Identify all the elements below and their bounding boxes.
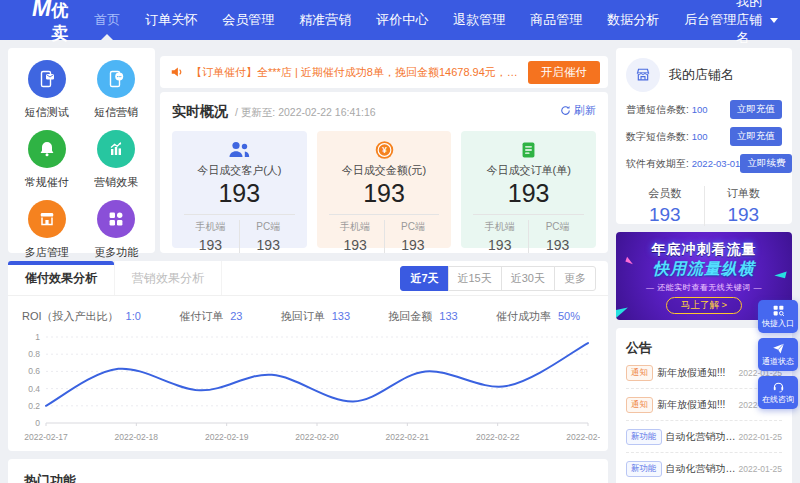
grid-icon <box>97 200 135 238</box>
sms-test-icon <box>28 60 66 98</box>
svg-text:2022-02-22: 2022-02-22 <box>476 432 520 442</box>
announcement-text: 自动化营销功能上线 <box>666 430 736 444</box>
app-payment-reminder[interactable]: 常规催付 <box>12 130 82 190</box>
today-customers-card: 今日成交客户(人) 193 手机端193 PC端193 <box>172 131 307 248</box>
stat-label: 今日成交客户(人) <box>182 163 297 178</box>
svg-text:0.8: 0.8 <box>28 349 40 359</box>
sub-label: PC端 <box>385 220 442 234</box>
tab-reminder-effect[interactable]: 催付效果分析 <box>8 261 115 295</box>
channel-status-button[interactable]: 通道状态 <box>758 338 798 371</box>
shop-name: 我的店铺名 <box>669 66 734 84</box>
announcement-text: 新年放假通知!!! <box>657 366 736 380</box>
analysis-card: 催付效果分析 营销效果分析 近7天 近15天 近30天 更多 ROI（投入产出比… <box>8 261 608 451</box>
sms-marketing-icon <box>97 60 135 98</box>
logo-text: 优卖 <box>51 0 68 45</box>
svg-text:0.2: 0.2 <box>28 401 40 411</box>
yen-coin-icon: ¥ <box>374 140 395 160</box>
nav-item-order-care[interactable]: 订单关怀 <box>145 0 197 40</box>
announcement-date: 2022-01-25 <box>739 464 782 474</box>
shop-avatar <box>626 58 660 92</box>
new-feature-badge: 新功能 <box>626 429 662 445</box>
svg-text:2022-02-18: 2022-02-18 <box>115 432 159 442</box>
app-label: 营销效果 <box>94 175 138 190</box>
banner-cta-button[interactable]: 马上了解 > <box>666 297 742 314</box>
dashboard-page: M 优卖 首页 订单关怀 会员管理 精准营销 评价中心 退款管理 商品管理 数据… <box>0 0 800 483</box>
range-30d-button[interactable]: 近30天 <box>501 266 555 291</box>
shop-card: 我的店铺名 普通短信条数: 100 立即充值 数字短信条数: 100 立即充值 … <box>616 48 792 224</box>
app-sms-marketing[interactable]: 短信营销 <box>82 60 152 120</box>
row-value: 100 <box>692 104 708 115</box>
app-label: 更多功能 <box>94 245 138 260</box>
nav-item-admin[interactable]: 后台管理 <box>684 0 736 40</box>
banner-headline: 年底冲刺看流量 <box>616 241 792 259</box>
sub-label: PC端 <box>240 220 297 234</box>
orders-count: 订单数 193 <box>704 186 783 226</box>
sub-label: 手机端 <box>327 220 384 234</box>
app-multi-store[interactable]: 多店管理 <box>12 200 82 260</box>
order-doc-icon <box>519 140 538 160</box>
recovered-amount-stat: 挽回金额133 <box>388 309 457 324</box>
app-logo[interactable]: M 优卖 <box>32 0 68 45</box>
hot-features-title: 热门功能 <box>24 473 76 483</box>
success-rate-stat: 催付成功率50% <box>496 309 580 324</box>
nav-item-analytics[interactable]: 数据分析 <box>607 0 659 40</box>
svg-text:2022-02-20: 2022-02-20 <box>295 432 339 442</box>
app-more-features[interactable]: 更多功能 <box>82 200 152 260</box>
range-15d-button[interactable]: 近15天 <box>448 266 502 291</box>
svg-text:0.6: 0.6 <box>28 366 40 376</box>
row-label: 数字短信条数: <box>626 130 689 144</box>
speaker-icon <box>170 65 184 79</box>
stat-value: 193 <box>182 179 297 208</box>
account-name: 我的店铺名 <box>736 0 764 47</box>
quick-entry-button[interactable]: 快捷入口 <box>758 300 798 333</box>
top-navbar: M 优卖 首页 订单关怀 会员管理 精准营销 评价中心 退款管理 商品管理 数据… <box>0 0 800 40</box>
start-reminder-button[interactable]: 开启催付 <box>528 61 600 84</box>
stat-value: 193 <box>327 179 442 208</box>
recharge-button[interactable]: 立即充值 <box>730 127 782 146</box>
sub-value: 193 <box>529 237 586 253</box>
nav-item-reviews[interactable]: 评价中心 <box>376 0 428 40</box>
stat-label: 今日成交订单(单) <box>471 163 586 178</box>
sub-value: 193 <box>240 237 297 253</box>
quick-label: 在线咨询 <box>762 394 794 405</box>
members-count: 会员数 193 <box>626 186 704 226</box>
refresh-button[interactable]: 刷新 <box>560 103 596 118</box>
notice-bar: 【订单催付】全***店 | 近期催付成功8单，挽回金额14678.94元，催付成… <box>160 56 608 88</box>
nav-item-marketing[interactable]: 精准营销 <box>299 0 351 40</box>
svg-text:0: 0 <box>35 418 40 428</box>
renew-button[interactable]: 立即续费 <box>740 154 792 173</box>
online-support-button[interactable]: 在线咨询 <box>758 376 798 409</box>
sub-value: 193 <box>385 237 442 253</box>
nav-item-products[interactable]: 商品管理 <box>530 0 582 40</box>
quick-label: 快捷入口 <box>762 318 794 329</box>
app-sms-test[interactable]: 短信测试 <box>12 60 82 120</box>
tab-marketing-effect[interactable]: 营销效果分析 <box>115 261 222 295</box>
announcement-text: 新年放假通知!!! <box>657 398 736 412</box>
nav-item-refunds[interactable]: 退款管理 <box>453 0 505 40</box>
announcement-item[interactable]: 新功能 自动化营销功能上线 2022-01-25 <box>626 461 782 483</box>
line-chart: 00.20.40.60.812022-02-172022-02-182022-0… <box>8 326 608 446</box>
range-more-button[interactable]: 更多 <box>554 266 596 291</box>
roi-stat: ROI（投入产出比）1:0 <box>22 309 141 324</box>
headset-icon <box>772 380 785 393</box>
announcement-item[interactable]: 新功能 自动化营销功能上线 2022-01-25 <box>626 429 782 453</box>
announcement-date: 2022-01-25 <box>739 432 782 442</box>
analysis-tab-bar: 催付效果分析 营销效果分析 近7天 近15天 近30天 更多 <box>8 261 608 296</box>
notice-text: 【订单催付】全***店 | 近期催付成功8单，挽回金额14678.94元，催付成… <box>191 65 528 80</box>
stat-label: 今日成交金额(元) <box>327 163 442 178</box>
nav-item-members[interactable]: 会员管理 <box>222 0 274 40</box>
account-dropdown[interactable]: 我的店铺名 <box>736 0 778 47</box>
users-icon <box>227 140 251 160</box>
today-amount-card: ¥ 今日成交金额(元) 193 手机端193 PC端193 <box>317 131 452 248</box>
app-shortcut-panel: 短信测试 短信营销 常规催付 营销效果 多店管理 <box>8 48 155 253</box>
quick-label: 通道状态 <box>762 356 794 367</box>
notice-badge: 通知 <box>626 365 653 381</box>
sms-quota-row: 普通短信条数: 100 立即充值 <box>626 100 782 119</box>
app-label: 短信营销 <box>94 105 138 120</box>
recharge-button[interactable]: 立即充值 <box>730 100 782 119</box>
range-7d-button[interactable]: 近7天 <box>400 266 448 291</box>
sub-label: PC端 <box>529 220 586 234</box>
app-marketing-effect[interactable]: 营销效果 <box>82 130 152 190</box>
recovered-orders-stat: 挽回订单133 <box>281 309 350 324</box>
nav-item-home[interactable]: 首页 <box>94 0 120 40</box>
